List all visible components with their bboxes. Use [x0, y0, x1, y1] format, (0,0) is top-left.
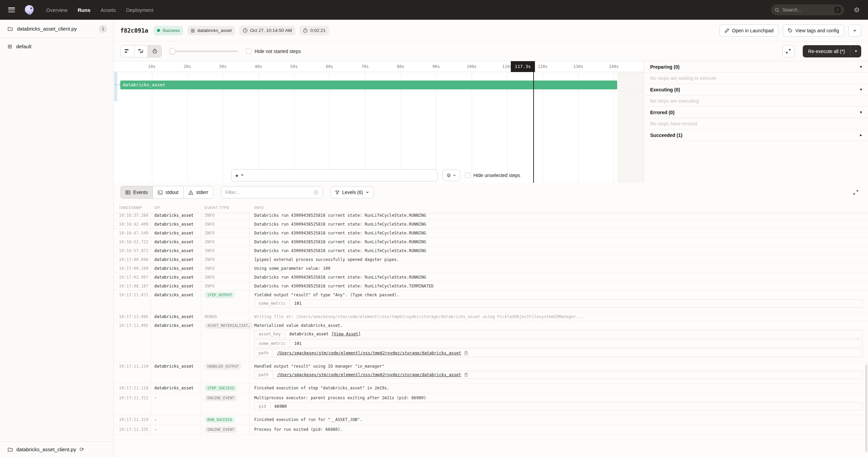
warning-icon	[188, 190, 193, 195]
log-row[interactable]: 10:17:11.114databricks_assetHANDLED_OUTP…	[114, 362, 868, 384]
log-info: [pipes] external process successfully op…	[249, 255, 868, 264]
log-event-type: INFO	[201, 238, 249, 246]
axis-tick-label: 50s	[290, 61, 298, 72]
log-row[interactable]: 10:17:11.092databricks_assetASSET_MATERI…	[114, 321, 868, 362]
folder-icon	[7, 447, 13, 452]
search-input[interactable]: Search... /	[771, 4, 844, 15]
log-info: Finished execution of run for "__ASSET_J…	[249, 415, 868, 425]
log-row[interactable]: 10:17:11.071databricks_assetSTEP_OUTPUTY…	[114, 291, 868, 312]
log-event-type: DEBUG	[201, 312, 249, 321]
metadata-path-link[interactable]: /Users/smackesey/stm/code/elementl/oss/t…	[277, 372, 461, 377]
log-row[interactable]: 10:17:11.118databricks_assetSTEP_SUCCESS…	[114, 384, 868, 393]
sidebar-item-job-default[interactable]: ⊞ default	[0, 38, 113, 54]
clear-filter-icon[interactable]	[313, 190, 318, 195]
metadata-label: path	[255, 349, 273, 357]
run-header-more-button[interactable]	[848, 24, 861, 37]
nav-link-deployment[interactable]: Deployment	[126, 7, 153, 13]
log-row[interactable]: 10:17:02.997databricks_assetINFODatabric…	[114, 273, 868, 282]
log-event-type: HANDLED_OUTPUT	[201, 362, 249, 383]
log-filter-input[interactable]: Filter...	[221, 186, 323, 198]
status-section-title: Executing (0)	[650, 87, 680, 92]
metadata-list: path/Users/smackesey/stm/code/elementl/o…	[254, 371, 863, 379]
axis-tick-label: 90s	[432, 61, 440, 72]
log-row[interactable]: 10:17:11.319-RUN_SUCCESSFinished executi…	[114, 415, 868, 425]
selector-history-button[interactable]	[442, 170, 460, 181]
metadata-text: 66980	[275, 404, 287, 409]
copy-icon[interactable]	[464, 372, 468, 377]
terminal-icon	[158, 190, 163, 195]
log-row[interactable]: 10:17:11.312-ENGINE_EVENTMultiprocess ex…	[114, 393, 868, 415]
gantt-zoom-slider[interactable]	[170, 51, 238, 52]
col-header-timestamp: Timestamp	[114, 206, 151, 210]
log-row[interactable]: 10:16:47.549databricks_assetINFODatabric…	[114, 229, 868, 238]
log-row[interactable]: 10:16:42.409databricks_assetINFODatabric…	[114, 220, 868, 229]
settings-gear-icon[interactable]: ⚙	[854, 6, 860, 14]
log-tab-stderr[interactable]: stderr	[184, 186, 213, 198]
reexecute-caret-button[interactable]: ▾	[850, 45, 861, 57]
log-fullscreen-button[interactable]	[850, 187, 861, 198]
gantt-chart: 10s20s30s40s50s60s70s80s90s100s110s120s1…	[114, 61, 644, 183]
nav-link-assets[interactable]: Assets	[101, 7, 116, 13]
footer-file-label: databricks_asset_client.py	[16, 446, 76, 452]
log-scrollbar[interactable]	[865, 365, 867, 452]
log-row[interactable]: 10:17:11.085databricks_assetDEBUGWriting…	[114, 312, 868, 321]
log-event-type: INFO	[201, 273, 249, 281]
hide-unselected-checkbox[interactable]: Hide unselected steps	[465, 173, 520, 178]
metadata-path-link[interactable]: /Users/smackesey/stm/code/elementl/oss/t…	[277, 351, 461, 355]
reexecute-all-button[interactable]: Re-execute all (*)	[803, 45, 850, 57]
log-row[interactable]: 10:17:00.109databricks_assetINFOUsing so…	[114, 264, 868, 273]
asset-grid-icon: ⊞	[191, 28, 195, 34]
log-row[interactable]: 10:16:52.722databricks_assetINFODatabric…	[114, 238, 868, 246]
slider-knob[interactable]	[169, 48, 176, 54]
status-section-header[interactable]: Preparing (0)▾	[644, 61, 868, 73]
log-info: Materialized value databricks_asset.asse…	[249, 321, 868, 362]
status-section-title: Preparing (0)	[650, 64, 679, 70]
open-in-launchpad-button[interactable]: Open in Launchpad	[719, 24, 779, 37]
gantt-step-bar[interactable]: databricks_asset	[120, 81, 617, 89]
time-marker-line	[533, 72, 534, 183]
log-tab-label: stderr	[196, 190, 208, 195]
event-type-badge: ASSET_MATERIALIZAT…	[205, 322, 253, 329]
reload-icon[interactable]: ⟳	[80, 446, 84, 453]
log-row[interactable]: 10:17:08.187databricks_assetINFODatabric…	[114, 282, 868, 291]
log-timestamp: 10:17:08.187	[114, 282, 151, 290]
log-row[interactable]: 10:16:37.284databricks_assetINFODatabric…	[114, 213, 868, 220]
view-asset-link[interactable]: [View Asset]	[331, 332, 361, 336]
view-mode-timed-button[interactable]	[148, 46, 161, 57]
log-message: Databricks run 43009438525818 current st…	[254, 231, 868, 235]
col-header-info: Info	[249, 206, 868, 210]
view-mode-waterfall-button[interactable]	[134, 46, 148, 57]
col-header-op: Op	[151, 206, 201, 210]
log-row[interactable]: 10:17:11.335-ENGINE_EVENTProcess for run…	[114, 425, 868, 435]
status-section-header[interactable]: Executing (0)▾	[644, 84, 868, 95]
log-message: Databricks run 43009438525818 current st…	[254, 222, 868, 227]
status-section-empty-text: No steps are waiting to execute	[644, 73, 868, 84]
sidebar-footer: databricks_asset_client.py ⟳	[0, 441, 113, 457]
step-selector-input[interactable]: ✱ *	[231, 169, 438, 181]
log-tab-stdout[interactable]: stdout	[153, 186, 184, 198]
log-tab-events[interactable]: Events	[121, 186, 153, 198]
status-section-header[interactable]: Errored (0)▾	[644, 107, 868, 118]
event-type-badge: STEP_SUCCESS	[205, 385, 237, 391]
nav-link-overview[interactable]: Overview	[46, 7, 68, 13]
log-op: databricks_asset	[151, 384, 201, 393]
hide-not-started-checkbox[interactable]: Hide not started steps	[246, 49, 301, 54]
copy-icon[interactable]	[464, 351, 468, 355]
view-tags-config-button[interactable]: View tags and config	[783, 24, 844, 37]
sidebar-item-code-location[interactable]: databricks_asset_client.py 1	[0, 20, 113, 38]
status-section-title: Errored (0)	[650, 110, 675, 115]
dagster-logo[interactable]	[23, 4, 35, 16]
log-row[interactable]: 10:17:00.096databricks_assetINFO[pipes] …	[114, 255, 868, 264]
asset-tag-chip[interactable]: ⊞ databricks_asset	[187, 26, 235, 35]
view-mode-flat-button[interactable]	[121, 46, 134, 57]
log-message: Databricks run 43009438525818 current st…	[254, 284, 868, 288]
status-section-header[interactable]: Succeeded (1)▸	[644, 129, 868, 141]
log-row[interactable]: 10:16:57.872databricks_assetINFODatabric…	[114, 246, 868, 255]
log-info: Writing file at: /Users/smackesey/stm/co…	[249, 312, 868, 321]
metadata-value: databricks_asset[View Asset]	[285, 330, 365, 338]
nav-link-runs[interactable]: Runs	[78, 7, 91, 13]
metadata-label: some_metric	[255, 300, 290, 307]
hamburger-menu-icon[interactable]	[8, 7, 15, 12]
gantt-fullscreen-button[interactable]	[782, 45, 795, 57]
levels-dropdown[interactable]: Levels (6)	[330, 186, 374, 198]
